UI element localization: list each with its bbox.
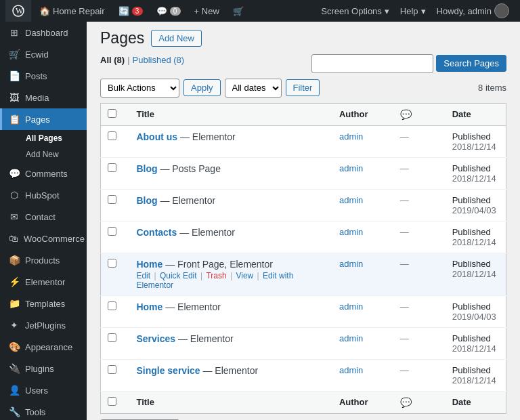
admin-bar: W 🏠 Home Repair 🔄 3 💬 0 + New 🛒 Screen O… [0,0,520,22]
filter-all-link[interactable]: All (8) [100,55,125,65]
help-button[interactable]: Help ▾ [395,0,431,22]
jetplugins-icon: ✦ [9,320,20,331]
author-link[interactable]: admin [339,259,363,269]
chevron-down-icon: ▾ [421,6,426,16]
ecwid-icon: 🛒 [9,49,20,60]
select-all-checkbox-header[interactable] [101,103,130,125]
col-footer-date: Date [446,391,506,413]
page-title-link[interactable]: Single service — Elementor [136,365,258,376]
row-checkbox[interactable] [101,189,130,221]
templates-icon: 📁 [9,298,20,309]
dates-filter-select[interactable]: All dates 2019/04 2018/12 [225,79,282,98]
row-comments-cell: — [393,125,446,157]
page-title-link[interactable]: Contacts — Elementor [136,227,235,238]
sidebar-item-users[interactable]: 👤 Users [0,379,87,401]
author-link[interactable]: admin [339,227,363,237]
select-all-checkbox[interactable] [108,109,116,118]
sidebar-item-contact[interactable]: ✉ Contact [0,206,87,228]
sidebar-item-ecwid[interactable]: 🛒 Ecwid [0,43,87,65]
table-row: Blog — Posts Page Edit| Quick Edit| Tras… [101,157,506,189]
apply-button-top[interactable]: Apply [183,79,221,96]
svg-text:W: W [16,6,24,16]
new-content-button[interactable]: + New [189,0,225,22]
bulk-actions-select-top[interactable]: Bulk Actions Move to Trash [100,79,179,98]
submenu-all-pages[interactable]: All Pages [19,130,87,146]
page-title-link[interactable]: Services — Elementor [136,333,233,344]
filter-button[interactable]: Filter [286,79,320,96]
hubspot-icon: ⬡ [9,190,20,201]
edit-link[interactable]: Edit [136,271,150,280]
sidebar-item-media[interactable]: 🖼 Media [0,87,87,108]
page-title-link[interactable]: About us — Elementor [136,131,235,142]
sidebar-item-products[interactable]: 📦 Products [0,249,87,271]
select-all-checkbox-foot[interactable] [108,397,116,406]
row-author-cell: admin [332,125,393,157]
chevron-down-icon: ▾ [385,6,389,16]
row-title-cell: About us — Elementor Edit| Quick Edit| T… [129,125,332,157]
sidebar-item-pages[interactable]: 📋 Pages [0,108,87,130]
sidebar-item-jetplugins[interactable]: ✦ JetPlugins [0,314,87,336]
sidebar-item-elementor[interactable]: ⚡ Elementor [0,271,87,293]
row-checkbox[interactable] [101,327,130,359]
author-link[interactable]: admin [339,131,363,142]
avatar [494,3,509,18]
search-pages-input[interactable] [311,54,433,73]
add-new-button[interactable]: Add New [151,30,202,47]
appearance-icon: 🎨 [9,341,20,352]
submenu-add-new[interactable]: Add New [19,146,87,163]
sidebar-item-plugins[interactable]: 🔌 Plugins [0,358,87,379]
table-row: Home — Front Page, Elementor Edit | Quic… [101,253,506,295]
sidebar-item-dashboard[interactable]: ⊞ Dashboard [0,22,87,43]
users-icon: 👤 [9,385,20,396]
col-header-author: Author [332,103,393,125]
row-checkbox[interactable] [101,295,130,327]
page-title-link[interactable]: Home — Elementor [136,301,221,312]
updates-button[interactable]: 🔄 3 [113,0,148,22]
sidebar-item-templates[interactable]: 📁 Templates [0,293,87,314]
col-header-title: Title [129,103,332,125]
sidebar-item-comments[interactable]: 💬 Comments [0,163,87,184]
col-footer-comments: 💬 [393,391,446,413]
plugins-icon: 🔌 [9,363,20,374]
sidebar-item-woocommerce[interactable]: 🛍 WooCommerce [0,228,87,249]
author-link[interactable]: admin [339,195,363,205]
table-row: Services — Elementor Edit| Quick Edit| T… [101,327,506,359]
row-checkbox[interactable] [101,359,130,391]
search-pages-button[interactable]: Search Pages [436,55,506,72]
site-name[interactable]: 🏠 Home Repair [34,0,110,22]
author-link[interactable]: admin [339,163,363,173]
sidebar-item-posts[interactable]: 📄 Posts [0,65,87,87]
row-checkbox[interactable] [101,157,130,189]
row-checkbox[interactable] [101,253,130,295]
select-all-checkbox-footer[interactable] [101,391,130,413]
view-link[interactable]: View [236,271,253,280]
quick-edit-link[interactable]: Quick Edit [160,271,197,280]
row-checkbox[interactable] [101,221,130,253]
author-link[interactable]: admin [339,301,363,312]
row-date-cell: Published 2018/12/14 [446,125,506,157]
row-checkbox[interactable] [101,125,130,157]
row-title-cell: Blog — Elementor Edit| Quick Edit| Trash… [129,189,332,221]
author-link[interactable]: admin [339,333,363,343]
tools-icon: 🔧 [9,406,20,417]
comments-button[interactable]: 💬 0 [151,0,186,22]
page-title-link[interactable]: Blog — Posts Page [136,163,221,174]
author-link[interactable]: admin [339,365,363,375]
screen-options-button[interactable]: Screen Options ▾ [316,0,395,22]
pages-icon: 📋 [9,114,20,125]
page-title-link[interactable]: Home — Front Page, Elementor [136,259,273,270]
wp-logo[interactable]: W [5,0,31,22]
page-title: Pages [100,28,144,49]
tablenav-top: Bulk Actions Move to Trash Apply All dat… [100,79,506,98]
howdy-user[interactable]: Howdy, admin [431,0,515,22]
col-footer-title: Title [129,391,332,413]
sidebar-item-tools[interactable]: 🔧 Tools [0,401,87,420]
page-title-link[interactable]: Blog — Elementor [136,195,215,206]
filter-published-link[interactable]: Published (8) [133,55,185,65]
trash-link[interactable]: Trash [206,271,226,280]
sidebar-item-appearance[interactable]: 🎨 Appearance [0,336,87,358]
sidebar: ⊞ Dashboard 🛒 Ecwid 📄 Posts 🖼 Media 📋 Pa… [0,22,87,420]
sidebar-item-hubspot[interactable]: ⬡ HubSpot [0,184,87,206]
woocommerce-icon-bar[interactable]: 🛒 [228,0,249,22]
table-row: Blog — Elementor Edit| Quick Edit| Trash… [101,189,506,221]
